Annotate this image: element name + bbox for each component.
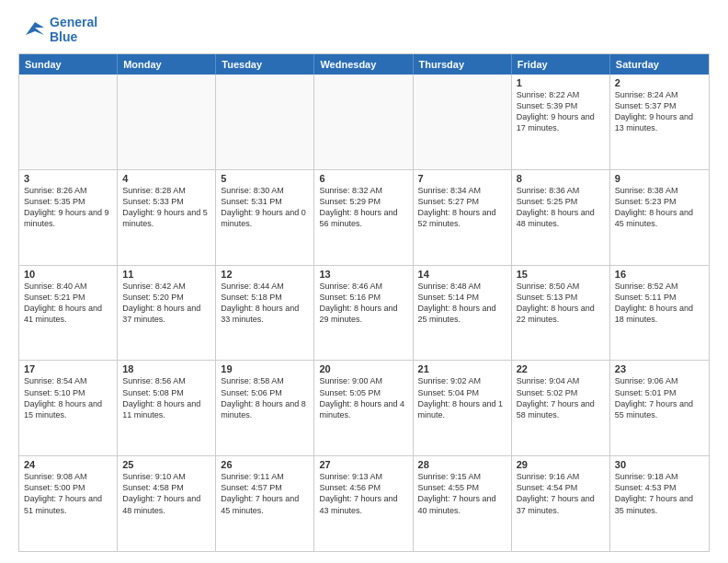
empty-cell — [118, 75, 216, 169]
header: General Blue — [18, 15, 710, 44]
day-info: Sunrise: 8:54 AM Sunset: 5:10 PM Dayligh… — [24, 375, 112, 420]
day-number: 24 — [24, 459, 112, 470]
day-cell-18: 18Sunrise: 8:56 AM Sunset: 5:08 PM Dayli… — [118, 361, 216, 455]
day-info: Sunrise: 8:44 AM Sunset: 5:18 PM Dayligh… — [221, 281, 309, 326]
logo-icon — [18, 18, 46, 40]
day-info: Sunrise: 8:24 AM Sunset: 5:37 PM Dayligh… — [615, 89, 704, 134]
day-cell-8: 8Sunrise: 8:36 AM Sunset: 5:25 PM Daylig… — [512, 170, 610, 265]
day-number: 30 — [615, 459, 704, 470]
day-cell-24: 24Sunrise: 9:08 AM Sunset: 5:00 PM Dayli… — [19, 456, 118, 551]
header-day-friday: Friday — [512, 54, 610, 75]
day-info: Sunrise: 8:22 AM Sunset: 5:39 PM Dayligh… — [517, 89, 605, 134]
calendar-row-1: 1Sunrise: 8:22 AM Sunset: 5:39 PM Daylig… — [19, 75, 709, 170]
day-info: Sunrise: 8:28 AM Sunset: 5:33 PM Dayligh… — [122, 185, 210, 230]
day-number: 8 — [517, 173, 605, 184]
day-number: 7 — [418, 173, 506, 184]
calendar-row-2: 3Sunrise: 8:26 AM Sunset: 5:35 PM Daylig… — [19, 170, 709, 266]
day-cell-6: 6Sunrise: 8:32 AM Sunset: 5:29 PM Daylig… — [314, 170, 413, 265]
day-number: 27 — [319, 459, 407, 470]
calendar-row-5: 24Sunrise: 9:08 AM Sunset: 5:00 PM Dayli… — [19, 456, 709, 551]
day-info: Sunrise: 8:58 AM Sunset: 5:06 PM Dayligh… — [221, 375, 309, 420]
header-day-wednesday: Wednesday — [314, 54, 413, 75]
day-info: Sunrise: 9:16 AM Sunset: 4:54 PM Dayligh… — [517, 471, 605, 516]
day-info: Sunrise: 9:08 AM Sunset: 5:00 PM Dayligh… — [24, 471, 112, 516]
day-cell-15: 15Sunrise: 8:50 AM Sunset: 5:13 PM Dayli… — [512, 266, 610, 361]
page: General Blue SundayMondayTuesdayWednesda… — [0, 0, 728, 563]
logo-text: General Blue — [50, 15, 97, 44]
day-cell-13: 13Sunrise: 8:46 AM Sunset: 5:16 PM Dayli… — [314, 266, 413, 361]
day-number: 29 — [517, 459, 605, 470]
day-cell-25: 25Sunrise: 9:10 AM Sunset: 4:58 PM Dayli… — [118, 456, 216, 551]
day-number: 21 — [418, 363, 506, 374]
empty-cell — [216, 75, 314, 169]
day-cell-5: 5Sunrise: 8:30 AM Sunset: 5:31 PM Daylig… — [216, 170, 314, 265]
day-number: 1 — [517, 77, 605, 88]
day-cell-19: 19Sunrise: 8:58 AM Sunset: 5:06 PM Dayli… — [216, 361, 314, 455]
day-info: Sunrise: 8:36 AM Sunset: 5:25 PM Dayligh… — [517, 185, 605, 230]
day-cell-30: 30Sunrise: 9:18 AM Sunset: 4:53 PM Dayli… — [610, 456, 709, 551]
day-number: 20 — [319, 363, 407, 374]
day-info: Sunrise: 9:13 AM Sunset: 4:56 PM Dayligh… — [319, 471, 407, 516]
day-number: 18 — [122, 363, 210, 374]
day-info: Sunrise: 9:18 AM Sunset: 4:53 PM Dayligh… — [615, 471, 704, 516]
day-number: 17 — [24, 363, 112, 374]
day-info: Sunrise: 8:30 AM Sunset: 5:31 PM Dayligh… — [221, 185, 309, 230]
day-info: Sunrise: 9:00 AM Sunset: 5:05 PM Dayligh… — [319, 375, 407, 420]
day-number: 19 — [221, 363, 309, 374]
day-cell-17: 17Sunrise: 8:54 AM Sunset: 5:10 PM Dayli… — [19, 361, 118, 455]
day-info: Sunrise: 9:10 AM Sunset: 4:58 PM Dayligh… — [122, 471, 210, 516]
day-info: Sunrise: 8:38 AM Sunset: 5:23 PM Dayligh… — [615, 185, 704, 230]
day-info: Sunrise: 8:56 AM Sunset: 5:08 PM Dayligh… — [122, 375, 210, 420]
day-number: 14 — [418, 269, 506, 280]
empty-cell — [314, 75, 413, 169]
day-number: 6 — [319, 173, 407, 184]
day-cell-28: 28Sunrise: 9:15 AM Sunset: 4:55 PM Dayli… — [414, 456, 512, 551]
day-info: Sunrise: 8:52 AM Sunset: 5:11 PM Dayligh… — [615, 281, 704, 326]
header-day-monday: Monday — [118, 54, 216, 75]
day-number: 10 — [24, 269, 112, 280]
empty-cell — [414, 75, 512, 169]
day-info: Sunrise: 8:26 AM Sunset: 5:35 PM Dayligh… — [24, 185, 112, 230]
day-cell-10: 10Sunrise: 8:40 AM Sunset: 5:21 PM Dayli… — [19, 266, 118, 361]
day-number: 5 — [221, 173, 309, 184]
calendar-header: SundayMondayTuesdayWednesdayThursdayFrid… — [19, 54, 709, 75]
day-number: 2 — [615, 77, 704, 88]
day-info: Sunrise: 9:15 AM Sunset: 4:55 PM Dayligh… — [418, 471, 506, 516]
day-info: Sunrise: 8:40 AM Sunset: 5:21 PM Dayligh… — [24, 281, 112, 326]
day-cell-12: 12Sunrise: 8:44 AM Sunset: 5:18 PM Dayli… — [216, 266, 314, 361]
day-cell-14: 14Sunrise: 8:48 AM Sunset: 5:14 PM Dayli… — [414, 266, 512, 361]
day-cell-3: 3Sunrise: 8:26 AM Sunset: 5:35 PM Daylig… — [19, 170, 118, 265]
day-cell-11: 11Sunrise: 8:42 AM Sunset: 5:20 PM Dayli… — [118, 266, 216, 361]
day-number: 4 — [122, 173, 210, 184]
day-number: 15 — [517, 269, 605, 280]
day-cell-20: 20Sunrise: 9:00 AM Sunset: 5:05 PM Dayli… — [314, 361, 413, 455]
day-info: Sunrise: 8:42 AM Sunset: 5:20 PM Dayligh… — [122, 281, 210, 326]
day-cell-29: 29Sunrise: 9:16 AM Sunset: 4:54 PM Dayli… — [512, 456, 610, 551]
day-cell-22: 22Sunrise: 9:04 AM Sunset: 5:02 PM Dayli… — [512, 361, 610, 455]
calendar-row-4: 17Sunrise: 8:54 AM Sunset: 5:10 PM Dayli… — [19, 361, 709, 456]
calendar: SundayMondayTuesdayWednesdayThursdayFrid… — [18, 53, 710, 552]
svg-marker-0 — [26, 22, 44, 35]
calendar-row-3: 10Sunrise: 8:40 AM Sunset: 5:21 PM Dayli… — [19, 266, 709, 362]
day-cell-21: 21Sunrise: 9:02 AM Sunset: 5:04 PM Dayli… — [414, 361, 512, 455]
day-number: 22 — [517, 363, 605, 374]
day-number: 26 — [221, 459, 309, 470]
day-number: 25 — [122, 459, 210, 470]
header-day-thursday: Thursday — [414, 54, 512, 75]
day-info: Sunrise: 9:04 AM Sunset: 5:02 PM Dayligh… — [517, 375, 605, 420]
empty-cell — [19, 75, 118, 169]
day-cell-23: 23Sunrise: 9:06 AM Sunset: 5:01 PM Dayli… — [610, 361, 709, 455]
day-number: 11 — [122, 269, 210, 280]
header-day-tuesday: Tuesday — [216, 54, 314, 75]
day-info: Sunrise: 8:32 AM Sunset: 5:29 PM Dayligh… — [319, 185, 407, 230]
day-number: 12 — [221, 269, 309, 280]
day-cell-1: 1Sunrise: 8:22 AM Sunset: 5:39 PM Daylig… — [512, 75, 610, 169]
day-cell-16: 16Sunrise: 8:52 AM Sunset: 5:11 PM Dayli… — [610, 266, 709, 361]
day-cell-26: 26Sunrise: 9:11 AM Sunset: 4:57 PM Dayli… — [216, 456, 314, 551]
day-cell-4: 4Sunrise: 8:28 AM Sunset: 5:33 PM Daylig… — [118, 170, 216, 265]
day-number: 16 — [615, 269, 704, 280]
day-cell-9: 9Sunrise: 8:38 AM Sunset: 5:23 PM Daylig… — [610, 170, 709, 265]
day-info: Sunrise: 8:50 AM Sunset: 5:13 PM Dayligh… — [517, 281, 605, 326]
day-number: 3 — [24, 173, 112, 184]
day-number: 28 — [418, 459, 506, 470]
